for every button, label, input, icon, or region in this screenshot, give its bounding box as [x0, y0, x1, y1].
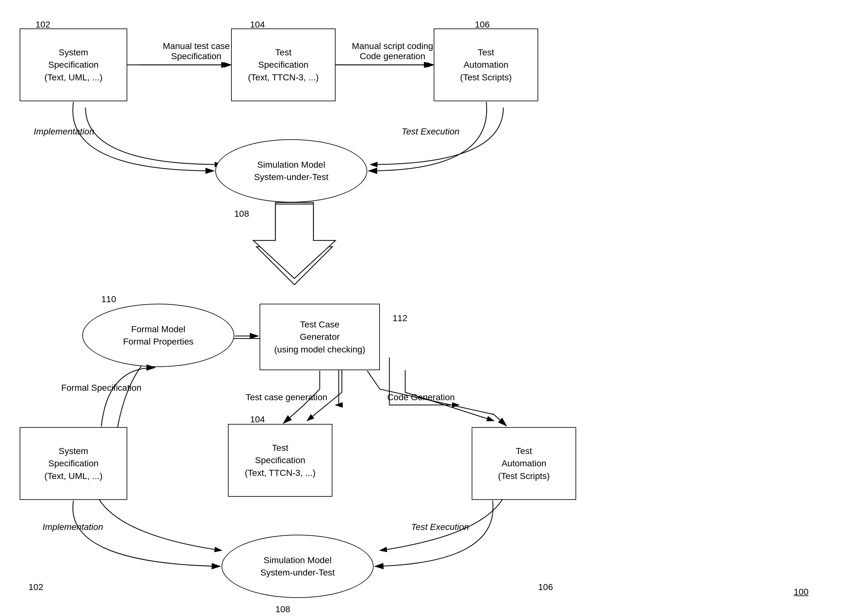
box-test-spec-top: TestSpecification(Text, TTCN-3, ...) [231, 28, 336, 101]
ellipse-simulation-model-bot: Simulation ModelSystem-under-Test [222, 535, 374, 598]
box-test-automation-top: TestAutomation(Test Scripts) [434, 28, 538, 101]
label-formal-specification: Formal Specification [51, 383, 152, 393]
label-test-execution-top: Test Execution [386, 126, 475, 137]
box-test-spec-bot: TestSpecification(Text, TTCN-3, ...) [228, 424, 333, 497]
box-test-automation-bot: TestAutomation(Test Scripts) [472, 427, 576, 500]
label-implementation-top: Implementation [20, 126, 108, 137]
ref-110: 110 [101, 294, 116, 304]
ref-106-bot: 106 [538, 582, 553, 592]
ref-108-bot: 108 [276, 604, 290, 614]
ref-104-bot: 104 [250, 415, 265, 425]
ref-108-top: 108 [234, 209, 249, 219]
label-code-gen: Code Generation [377, 392, 465, 402]
box-system-spec-bot: SystemSpecification(Text, UML, ...) [20, 427, 127, 500]
diagram: 102 SystemSpecification(Text, UML, ...) … [0, 0, 856, 616]
label-manual-test-case: Manual test caseSpecification [152, 41, 240, 61]
ellipse-simulation-model-top: Simulation ModelSystem-under-Test [215, 139, 367, 203]
label-implementation-bot: Implementation [28, 522, 117, 532]
label-test-execution-bot: Test Execution [396, 522, 484, 532]
box-test-case-generator: Test CaseGenerator(using model checking) [260, 304, 380, 370]
label-manual-script: Manual script codingCode generation [342, 41, 443, 61]
box-system-spec-top: SystemSpecification(Text, UML, ...) [20, 28, 127, 101]
ellipse-formal-model: Formal ModelFormal Properties [82, 304, 234, 367]
ref-102-bot: 102 [28, 582, 43, 592]
page-number: 100 [794, 587, 808, 597]
svg-marker-2 [256, 203, 333, 285]
label-test-case-gen: Test case generation [237, 392, 336, 402]
ref-112: 112 [393, 313, 407, 323]
